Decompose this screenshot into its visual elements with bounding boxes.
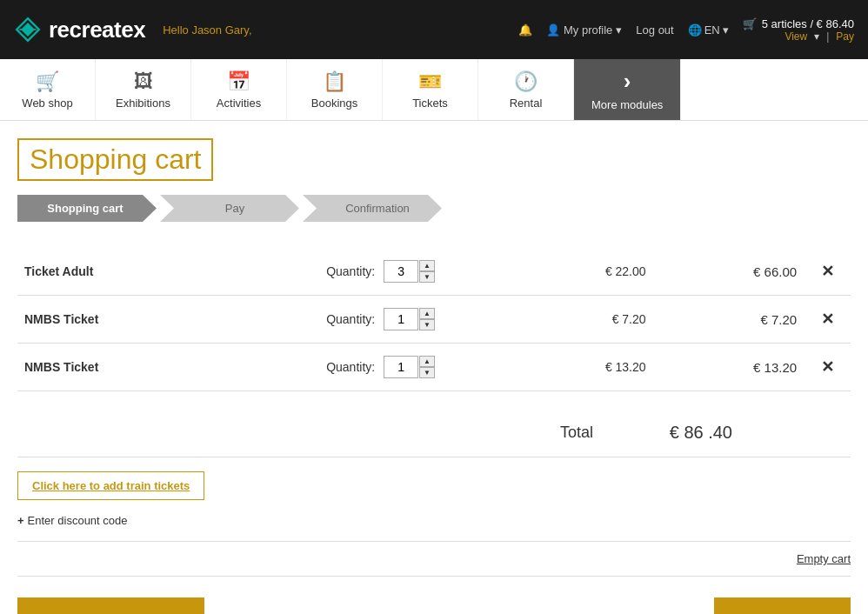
step-confirmation-label: Confirmation [345, 202, 410, 215]
step-pay-label: Pay [225, 202, 244, 215]
logo-icon [14, 16, 42, 43]
remove-button-1[interactable]: ✕ [804, 248, 851, 296]
step-confirmation: Confirmation [303, 195, 442, 222]
main-content: Shopping cart Shopping cart Pay Confirma… [0, 121, 868, 614]
add-train-tickets-link[interactable]: Click here to add train tickets [17, 471, 204, 500]
nav-activities-label: Activities [217, 97, 261, 110]
cart-top: 🛒 5 articles / € 86.40 [743, 17, 854, 30]
discount-label: Enter discount code [28, 514, 128, 527]
bell-icon: 🔔 [518, 23, 532, 37]
logo: recreatex [14, 16, 145, 43]
qty-arrows-1: ▲ ▼ [419, 260, 435, 283]
item-name-1: Ticket Adult [17, 248, 319, 296]
header: recreatex Hello Jason Gary, 🔔 👤 My profi… [0, 0, 868, 59]
total-price-1: € 66.00 [653, 248, 805, 296]
cart-icon: 🛒 [743, 17, 757, 30]
language-selector[interactable]: 🌐 EN ▾ [688, 23, 729, 37]
main-nav: 🛒 Web shop 🖼 Exhibitions 📅 Activities 📋 … [0, 59, 868, 121]
bookings-icon: 📋 [323, 70, 346, 93]
remove-button-3[interactable]: ✕ [804, 344, 851, 391]
activities-icon: 📅 [227, 70, 250, 93]
qty-cell-2: Quantity: ▲ ▼ [319, 296, 532, 344]
qty-arrows-3: ▲ ▼ [419, 356, 435, 378]
header-right: 🔔 👤 My profile ▾ Log out 🌐 EN ▾ 🛒 5 arti… [518, 17, 854, 43]
nav-more-modules[interactable]: › More modules [574, 59, 681, 120]
nav-exhibitions-label: Exhibitions [116, 97, 170, 110]
total-amount: € 86 .40 [628, 423, 732, 443]
nav-activities[interactable]: 📅 Activities [191, 59, 287, 120]
cart-pay-link[interactable]: Pay [836, 30, 854, 43]
continue-shopping-button[interactable]: CONTINUE SHOPPING [17, 597, 204, 614]
nav-rental-label: Rental [510, 97, 543, 110]
qty-up-2[interactable]: ▲ [419, 308, 435, 319]
more-modules-icon: › [624, 68, 631, 95]
discount-toggle[interactable]: + Enter discount code [17, 514, 851, 527]
nav-bookings[interactable]: 📋 Bookings [287, 59, 383, 120]
empty-cart-button[interactable]: Empty cart [797, 552, 851, 565]
qty-label-1: Quantity: [326, 264, 375, 278]
qty-label-2: Quantity: [326, 312, 375, 326]
discount-section: + Enter discount code [17, 507, 851, 542]
nav-exhibitions[interactable]: 🖼 Exhibitions [96, 59, 191, 120]
qty-arrows-2: ▲ ▼ [419, 308, 435, 330]
qty-input-wrap-3: ▲ ▼ [384, 356, 435, 378]
nav-more-modules-label: More modules [591, 98, 663, 111]
qty-up-3[interactable]: ▲ [419, 356, 435, 367]
remove-button-2[interactable]: ✕ [804, 296, 851, 344]
lang-dropdown-icon: ▾ [723, 23, 729, 37]
item-name-2: NMBS Ticket [17, 296, 319, 344]
profile-icon: 👤 [546, 23, 560, 37]
empty-cart-section: Empty cart [17, 542, 851, 577]
cart-summary-text: 5 articles / € 86.40 [762, 17, 854, 30]
qty-cell-1: Quantity: ▲ ▼ [319, 248, 532, 296]
bell-button[interactable]: 🔔 [518, 23, 532, 37]
rental-icon: 🕐 [514, 70, 537, 93]
total-price-3: € 13.20 [653, 344, 805, 391]
qty-cell-3: Quantity: ▲ ▼ [319, 344, 532, 391]
qty-down-3[interactable]: ▼ [419, 367, 435, 378]
total-price-2: € 7.20 [653, 296, 805, 344]
qty-down-1[interactable]: ▼ [419, 271, 435, 283]
greeting-text: Hello Jason Gary, [163, 23, 251, 37]
qty-input-wrap-2: ▲ ▼ [384, 308, 435, 330]
total-row: Total € 86 .40 [17, 409, 851, 457]
exhibitions-icon: 🖼 [134, 70, 153, 93]
cart-summary-block: 🛒 5 articles / € 86.40 View ▾ | Pay [743, 17, 854, 43]
profile-label: My profile [564, 23, 612, 37]
unit-price-1: € 22.00 [532, 248, 653, 296]
tickets-icon: 🎫 [418, 70, 442, 93]
header-left: recreatex Hello Jason Gary, [14, 16, 252, 43]
cart-table: Ticket Adult Quantity: ▲ ▼ € 22.00 € 66.… [17, 248, 851, 391]
logout-button[interactable]: Log out [636, 23, 673, 37]
unit-price-3: € 13.20 [532, 344, 653, 391]
table-row: NMBS Ticket Quantity: ▲ ▼ € 7.20 € 7.20 … [17, 296, 851, 344]
qty-down-2[interactable]: ▼ [419, 319, 435, 330]
profile-button[interactable]: 👤 My profile ▾ [546, 23, 622, 37]
qty-up-1[interactable]: ▲ [419, 260, 435, 271]
plus-icon: + [17, 514, 24, 527]
step-shopping-cart: Shopping cart [17, 195, 157, 222]
qty-input-3[interactable] [384, 356, 418, 378]
profile-dropdown-icon: ▾ [616, 23, 622, 37]
web-shop-icon: 🛒 [36, 70, 59, 93]
nav-bookings-label: Bookings [311, 97, 357, 110]
unit-price-2: € 7.20 [532, 296, 653, 344]
nav-web-shop[interactable]: 🛒 Web shop [0, 59, 96, 120]
step-shopping-cart-label: Shopping cart [47, 202, 123, 215]
nav-rental[interactable]: 🕐 Rental [478, 59, 574, 120]
cart-bottom: View ▾ | Pay [785, 30, 854, 43]
item-name-3: NMBS Ticket [17, 344, 319, 391]
step-pay: Pay [160, 195, 299, 222]
page-title: Shopping cart [17, 138, 213, 181]
qty-input-wrap-1: ▲ ▼ [384, 260, 435, 283]
total-label: Total [560, 424, 593, 442]
qty-input-1[interactable] [384, 260, 418, 283]
footer-buttons: CONTINUE SHOPPING CONTINUE [17, 584, 851, 614]
nav-tickets[interactable]: 🎫 Tickets [383, 59, 478, 120]
continue-button[interactable]: CONTINUE [714, 597, 851, 614]
cart-view-link[interactable]: View [785, 30, 807, 43]
table-row: NMBS Ticket Quantity: ▲ ▼ € 13.20 € 13.2… [17, 344, 851, 391]
cart-separator: ▾ [814, 30, 819, 43]
qty-input-2[interactable] [384, 308, 418, 330]
train-ticket-section: Click here to add train tickets [17, 457, 851, 507]
